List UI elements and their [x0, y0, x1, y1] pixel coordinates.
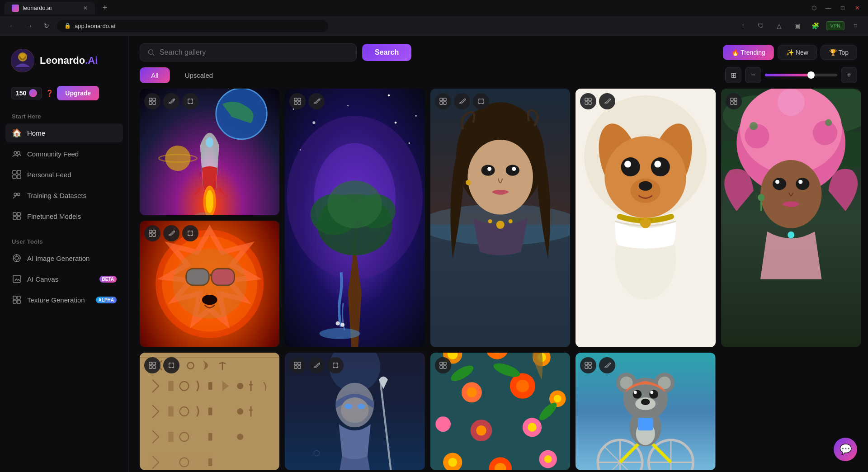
- item-edit-btn-4[interactable]: [599, 93, 615, 109]
- svg-rect-220: [443, 366, 446, 368]
- back-btn[interactable]: ←: [5, 19, 19, 33]
- sidebar-item-home[interactable]: 🏠 Home: [5, 123, 123, 142]
- zoom-in-btn[interactable]: +: [841, 67, 857, 83]
- zoom-out-btn[interactable]: −: [745, 67, 761, 83]
- gallery-item-flowers[interactable]: [430, 353, 570, 470]
- item-grid-btn-5[interactable]: [726, 93, 742, 109]
- svg-point-205: [476, 425, 486, 436]
- gallery-item-lion[interactable]: [140, 221, 279, 347]
- extension-icon[interactable]: 🧩: [808, 19, 822, 33]
- item-grid-btn-3[interactable]: [435, 93, 451, 109]
- item-edit-btn-8[interactable]: [308, 357, 325, 373]
- item-grid-btn[interactable]: [144, 93, 160, 109]
- item-grid-btn-6[interactable]: [144, 225, 160, 241]
- sidebar-item-community[interactable]: Community Feed: [5, 144, 123, 163]
- svg-point-123: [775, 180, 779, 184]
- sidebar-item-ai-image[interactable]: AI Image Generation: [5, 249, 123, 268]
- search-input-wrap[interactable]: [140, 43, 357, 61]
- shield-icon[interactable]: 🛡: [754, 19, 768, 33]
- svg-point-98: [654, 161, 661, 168]
- svg-point-9: [14, 193, 17, 196]
- item-edit-btn-3[interactable]: [454, 93, 470, 109]
- window-maximize-btn[interactable]: □: [836, 2, 849, 14]
- svg-point-83: [488, 219, 492, 223]
- item-edit-btn-2[interactable]: [308, 93, 325, 109]
- view-controls: ⊞ − +: [725, 67, 857, 83]
- window-minimize-btn[interactable]: —: [822, 2, 835, 14]
- svg-point-178: [345, 404, 353, 409]
- item-grid-btn-7[interactable]: [144, 357, 160, 373]
- profile-icon[interactable]: △: [772, 19, 786, 33]
- trending-button[interactable]: 🔥 Trending: [723, 45, 774, 60]
- svg-point-140: [202, 295, 217, 305]
- zoom-slider[interactable]: [765, 74, 837, 76]
- active-tab[interactable]: leonardo.ai ✕: [5, 2, 95, 14]
- item-expand-btn-3[interactable]: [473, 93, 489, 109]
- search-input[interactable]: [160, 48, 349, 57]
- svg-rect-14: [17, 217, 20, 220]
- gallery: ⬡ ✦ ⬡⬡ ⬡⬡: [129, 89, 868, 472]
- item-expand-btn-6[interactable]: [182, 225, 198, 241]
- main-layout: Leonardo.Ai 150 ❓ Upgrade Start Here 🏠 H…: [0, 36, 868, 472]
- forward-btn[interactable]: →: [23, 19, 36, 33]
- item-actions-flowers: [435, 357, 451, 373]
- new-button[interactable]: ✨ New: [778, 45, 817, 60]
- tab-upscaled[interactable]: Upscaled: [174, 67, 225, 83]
- svg-rect-246: [589, 362, 591, 365]
- menu-btn[interactable]: ≡: [848, 19, 863, 33]
- personal-label: Personal Feed: [27, 171, 71, 179]
- item-edit-btn-6[interactable]: [163, 225, 179, 241]
- window-close-btn[interactable]: ✕: [851, 2, 863, 14]
- gallery-item-tree[interactable]: [285, 89, 425, 347]
- logo-dot-ai: .Ai: [85, 55, 98, 66]
- item-actions-woman: [435, 93, 489, 109]
- search-bar: Search 🔥 Trending ✨ New 🏆 Top: [129, 36, 868, 67]
- address-bar[interactable]: 🔒 app.leonardo.ai: [57, 20, 328, 32]
- svg-point-207: [528, 423, 537, 432]
- gallery-item-woman[interactable]: [430, 89, 570, 347]
- item-edit-btn-10[interactable]: [599, 357, 615, 373]
- sidebar-item-finetuned[interactable]: Finetuned Models: [5, 207, 123, 226]
- gallery-item-koala[interactable]: [576, 353, 715, 470]
- gallery-item-egypt[interactable]: [140, 353, 279, 470]
- sidebar-item-training[interactable]: Training & Datasets: [5, 186, 123, 205]
- svg-rect-128: [734, 98, 737, 101]
- gallery-item-rocket[interactable]: [140, 89, 279, 215]
- svg-point-200: [516, 380, 529, 392]
- support-chat-button[interactable]: 💬: [834, 438, 857, 461]
- item-expand-btn-8[interactable]: [327, 357, 344, 373]
- gallery-item-pink-woman[interactable]: [721, 89, 861, 347]
- svg-rect-7: [13, 175, 16, 179]
- item-grid-btn-2[interactable]: [289, 93, 306, 109]
- item-grid-btn-9[interactable]: [435, 357, 451, 373]
- svg-point-64: [328, 180, 382, 228]
- tab-close-btn[interactable]: ✕: [83, 5, 88, 11]
- item-edit-btn[interactable]: [163, 93, 179, 109]
- svg-rect-6: [17, 170, 21, 174]
- upgrade-button[interactable]: Upgrade: [57, 86, 99, 100]
- refresh-btn[interactable]: ↻: [40, 19, 53, 33]
- share-btn[interactable]: ↑: [736, 19, 750, 33]
- help-icon[interactable]: ❓: [46, 90, 53, 97]
- gallery-item-warrior[interactable]: ⬡ ✦ ⬡⬡ ⬡⬡: [285, 353, 425, 470]
- grid-view-btn[interactable]: ⊞: [725, 67, 741, 83]
- item-expand-btn-7[interactable]: [163, 357, 179, 373]
- finetuned-icon: [12, 211, 22, 221]
- window-restore-btn[interactable]: ⬡: [807, 2, 820, 14]
- search-button[interactable]: Search: [362, 44, 411, 61]
- item-expand-btn[interactable]: [182, 93, 198, 109]
- item-grid-btn-8[interactable]: [289, 357, 306, 373]
- new-tab-button[interactable]: +: [99, 2, 111, 14]
- sidebar-toggle-btn[interactable]: ▣: [790, 19, 804, 33]
- sidebar-item-personal[interactable]: Personal Feed: [5, 165, 123, 184]
- sidebar-item-texture[interactable]: Texture Generation ALPHA: [5, 290, 123, 309]
- top-button[interactable]: 🏆 Top: [821, 45, 857, 60]
- item-grid-btn-4[interactable]: [580, 93, 596, 109]
- svg-rect-141: [149, 230, 152, 233]
- gallery-item-dog[interactable]: [576, 89, 715, 347]
- filter-buttons: 🔥 Trending ✨ New 🏆 Top: [723, 45, 858, 60]
- item-grid-btn-10[interactable]: [580, 357, 596, 373]
- tab-all[interactable]: All: [140, 67, 170, 83]
- vpn-badge[interactable]: VPN: [826, 21, 844, 30]
- sidebar-item-ai-canvas[interactable]: AI Canvas BETA: [5, 269, 123, 288]
